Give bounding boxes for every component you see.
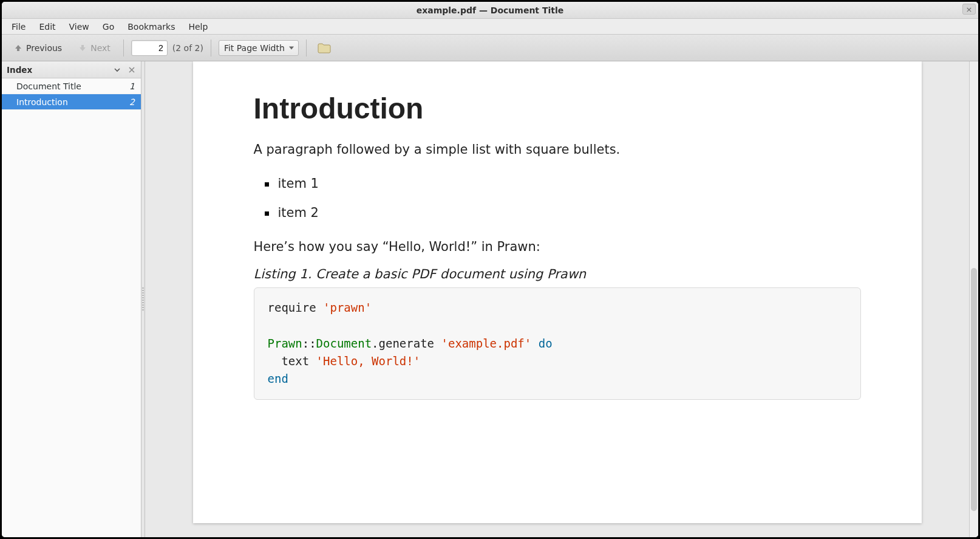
next-page-button: Next <box>72 40 116 56</box>
index-item-introduction[interactable]: Introduction 2 <box>2 94 141 110</box>
listing-caption: Listing 1. Create a basic PDF document u… <box>254 267 861 281</box>
menu-file[interactable]: File <box>5 20 32 33</box>
menubar: File Edit View Go Bookmarks Help <box>2 19 978 35</box>
chevron-down-icon[interactable] <box>113 66 121 74</box>
close-icon: × <box>966 5 973 14</box>
index-item-page: 2 <box>129 97 135 107</box>
bullet-list: item 1 item 2 <box>254 169 861 227</box>
page-heading: Introduction <box>254 92 861 125</box>
pdf-page: Introduction A paragraph followed by a s… <box>193 61 922 523</box>
folder-icon <box>318 43 331 53</box>
menu-view[interactable]: View <box>63 20 95 33</box>
index-item-label: Document Title <box>16 81 81 91</box>
zoom-select[interactable]: Fit Page Width <box>219 40 299 56</box>
window-controls: × <box>962 4 976 15</box>
page-paragraph: A paragraph followed by a simple list wi… <box>254 141 861 158</box>
toolbar-separator <box>211 39 211 57</box>
document-area: Introduction A paragraph followed by a s… <box>145 61 978 537</box>
list-item: item 2 <box>267 198 861 227</box>
toolbar: Previous Next (2 of 2) Fit Page Width <box>2 35 978 61</box>
arrow-down-icon <box>78 43 87 53</box>
menu-help[interactable]: Help <box>182 20 214 33</box>
code-token: .generate <box>372 337 434 350</box>
zoom-select-label: Fit Page Width <box>224 43 285 53</box>
code-token: end <box>268 372 288 385</box>
code-token: 'Hello, World!' <box>316 354 421 368</box>
code-token: 'example.pdf' <box>441 337 532 350</box>
code-token: text <box>268 354 316 368</box>
list-item: item 1 <box>267 169 861 198</box>
page-number-input[interactable] <box>131 40 168 56</box>
body: Index Document Title 1 Introduction 2 <box>2 61 978 537</box>
code-token: :: <box>302 337 316 350</box>
vertical-scrollbar[interactable] <box>969 61 978 537</box>
arrow-up-icon <box>13 43 23 53</box>
code-token: 'prawn' <box>323 301 372 314</box>
close-sidebar-icon[interactable] <box>128 66 136 74</box>
toolbar-separator <box>306 39 307 57</box>
index-item-label: Introduction <box>16 97 68 107</box>
document-scroll[interactable]: Introduction A paragraph followed by a s… <box>145 61 969 537</box>
next-label: Next <box>90 43 111 53</box>
open-file-button[interactable] <box>314 39 335 57</box>
sidebar-title: Index <box>7 65 32 75</box>
index-item-document-title[interactable]: Document Title 1 <box>2 78 141 94</box>
code-token: do <box>539 337 553 350</box>
previous-label: Previous <box>26 43 62 53</box>
menu-bookmarks[interactable]: Bookmarks <box>121 20 181 33</box>
scrollbar-thumb[interactable] <box>971 268 977 511</box>
close-window-button[interactable]: × <box>962 4 976 15</box>
titlebar: example.pdf — Document Title × <box>2 2 978 19</box>
menu-go[interactable]: Go <box>97 20 120 33</box>
sidebar: Index Document Title 1 Introduction 2 <box>2 61 141 537</box>
toolbar-separator <box>123 39 124 57</box>
app-window: example.pdf — Document Title × File Edit… <box>0 0 980 539</box>
code-token: Prawn <box>268 337 302 350</box>
code-token: require <box>268 301 316 314</box>
page-paragraph: Here’s how you say “Hello, World!” in Pr… <box>254 238 861 255</box>
index-list: Document Title 1 Introduction 2 <box>2 78 141 537</box>
index-item-page: 1 <box>129 81 135 91</box>
menu-edit[interactable]: Edit <box>33 20 61 33</box>
code-token: Document <box>316 337 372 350</box>
window-title: example.pdf — Document Title <box>417 5 564 15</box>
sidebar-header: Index <box>2 61 141 78</box>
page-total-label: (2 of 2) <box>172 43 203 53</box>
code-block: require 'prawn' Prawn::Document.generate… <box>254 287 861 400</box>
previous-page-button[interactable]: Previous <box>8 40 67 56</box>
